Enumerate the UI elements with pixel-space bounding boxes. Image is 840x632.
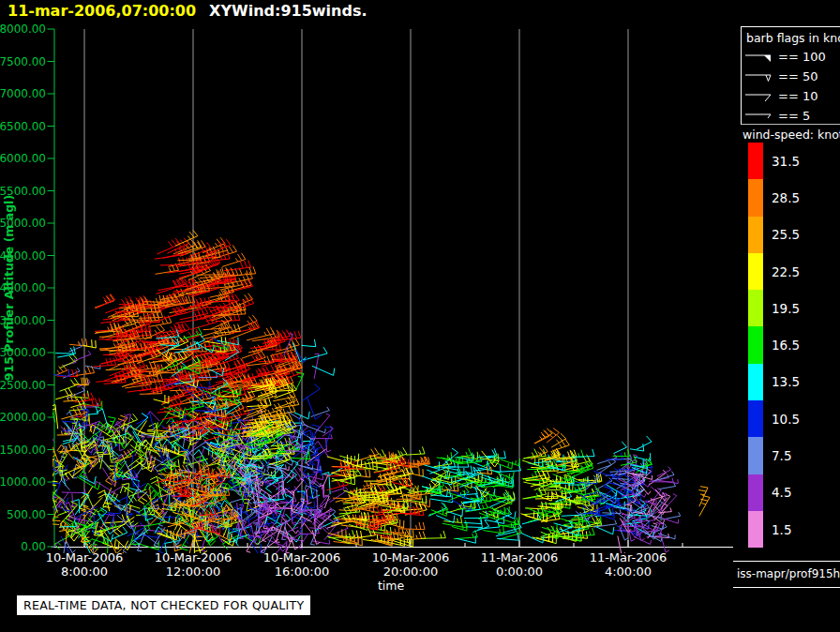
y-tick-label: 7000.00 <box>0 87 46 100</box>
wind-barb <box>63 359 76 367</box>
x-tick-label-date: 10-Mar-2006 <box>263 550 341 564</box>
x-axis-title: time <box>378 579 405 593</box>
y-tick-label: 8000.00 <box>0 23 46 36</box>
barb-flags-title: barb flags in knots <box>746 31 840 45</box>
half-barb-icon <box>743 108 775 124</box>
wind-barb <box>425 461 440 469</box>
wind-barb <box>63 394 76 401</box>
wind-barb <box>630 444 644 451</box>
wind-barb <box>43 465 58 473</box>
colorbar-swatch <box>748 290 763 326</box>
wind-barb <box>525 489 543 499</box>
colorbar-label: 10.5 <box>772 412 800 427</box>
x-tick-label-date: 11-Mar-2006 <box>481 550 559 564</box>
y-tick-label: 500.00 <box>7 508 46 521</box>
colorbar-label: 19.5 <box>772 301 800 316</box>
colorbar-label: 25.5 <box>772 227 800 242</box>
colorbar-swatch <box>748 400 763 437</box>
colorbar-segment: 16.5 <box>748 326 800 363</box>
wind-barb <box>302 339 316 347</box>
x-tick-label-time: 0:00:00 <box>496 564 543 579</box>
wind-barb <box>594 526 614 534</box>
wind-barb <box>312 540 330 545</box>
title-datetime: 11-mar-2006,07:00:00 <box>8 2 196 20</box>
wind-barb <box>699 496 710 517</box>
wind-barbs <box>33 230 710 564</box>
y-tick-label: 6000.00 <box>0 152 46 165</box>
wind-barb <box>112 527 128 539</box>
barb-flag-row: == 50 <box>743 67 840 86</box>
x-tick-label-time: 12:00:00 <box>166 564 220 579</box>
wind-barb <box>339 454 358 461</box>
colorbar-title: wind-speed: knots <box>742 128 840 142</box>
y-tick-label: 1500.00 <box>0 444 46 457</box>
barb-flag-label: == 100 <box>778 50 826 64</box>
colorbar-label: 13.5 <box>772 374 800 389</box>
y-tick-label: 0.00 <box>21 540 46 553</box>
wind-barb <box>551 433 566 447</box>
quality-notice: REAL-TIME DATA, NOT CHECKED FOR QUALITY <box>17 595 310 615</box>
full-barb-icon <box>743 88 775 104</box>
wind-barb <box>300 451 306 472</box>
wind-barb <box>399 522 425 530</box>
wind-barb <box>635 537 652 545</box>
flag-icon <box>743 49 775 65</box>
colorbar-swatch <box>748 364 763 400</box>
colorbar-label: 16.5 <box>772 338 800 353</box>
colorbar-segment: 10.5 <box>748 400 800 437</box>
barb-flag-row: == 5 <box>743 106 840 126</box>
x-tick-label-time: 16:00:00 <box>275 564 329 579</box>
wind-barb <box>146 414 155 431</box>
colorbar-segment: 7.5 <box>748 437 800 474</box>
wind-barb <box>302 474 321 487</box>
wind-barb <box>521 533 545 543</box>
source-id: iss-mapr/prof915h <box>737 567 840 580</box>
wind-barb <box>535 491 558 499</box>
wind-barb <box>44 429 53 442</box>
colorbar-segment: 31.5 <box>748 143 800 179</box>
wind-barb <box>602 509 621 513</box>
wind-speed-colorbar: 31.528.525.522.519.516.513.510.57.54.51.… <box>748 143 800 548</box>
wind-barb <box>76 366 95 375</box>
x-tick-label-time: 8:00:00 <box>61 564 108 579</box>
wind-barb <box>116 510 133 529</box>
wind-barb <box>160 258 188 265</box>
colorbar-swatch <box>748 474 763 511</box>
colorbar-segment: 25.5 <box>748 217 800 253</box>
colorbar-segment: 22.5 <box>748 253 800 290</box>
colorbar-label: 7.5 <box>772 448 791 463</box>
y-tick-label: 2000.00 <box>0 411 46 424</box>
x-tick-label-date: 11-Mar-2006 <box>590 550 668 564</box>
wind-barb <box>314 354 319 379</box>
colorbar-segment: 1.5 <box>748 511 800 548</box>
wind-barb <box>142 533 159 545</box>
wind-barb <box>49 405 58 429</box>
wind-barb <box>496 517 519 524</box>
colorbar-segment: 4.5 <box>748 474 800 511</box>
source-id-box: iss-mapr/prof915h <box>733 561 840 588</box>
y-tick-label: 7500.00 <box>0 55 46 68</box>
wind-barb <box>326 438 331 452</box>
wind-profiler-screen: 8000.007500.007000.006500.006000.005500.… <box>0 0 840 632</box>
colorbar-label: 28.5 <box>772 190 800 205</box>
barb-flag-label: == 10 <box>778 89 818 103</box>
colorbar-segment: 28.5 <box>748 179 800 216</box>
x-tick-label-time: 20:00:00 <box>383 564 438 579</box>
colorbar-swatch <box>748 326 763 363</box>
colorbar-segment: 19.5 <box>748 290 800 326</box>
wind-barb <box>525 502 548 509</box>
x-tick-label-date: 10-Mar-2006 <box>46 550 124 564</box>
colorbar-label: 1.5 <box>772 522 791 537</box>
colorbar-segment: 13.5 <box>748 364 800 400</box>
colorbar-label: 4.5 <box>772 485 791 500</box>
wind-barb <box>658 483 675 489</box>
wind-barb <box>167 238 188 254</box>
x-tick-label-time: 4:00:00 <box>605 564 652 579</box>
wind-barb <box>55 365 67 376</box>
y-axis-title: 915 Profiler Altitude (m agl) <box>2 195 16 381</box>
wind-barb <box>260 489 272 497</box>
wind-barb <box>77 476 100 489</box>
wind-barb <box>443 516 461 523</box>
y-tick-label: 6500.00 <box>0 120 46 133</box>
colorbar-label: 31.5 <box>772 154 800 169</box>
